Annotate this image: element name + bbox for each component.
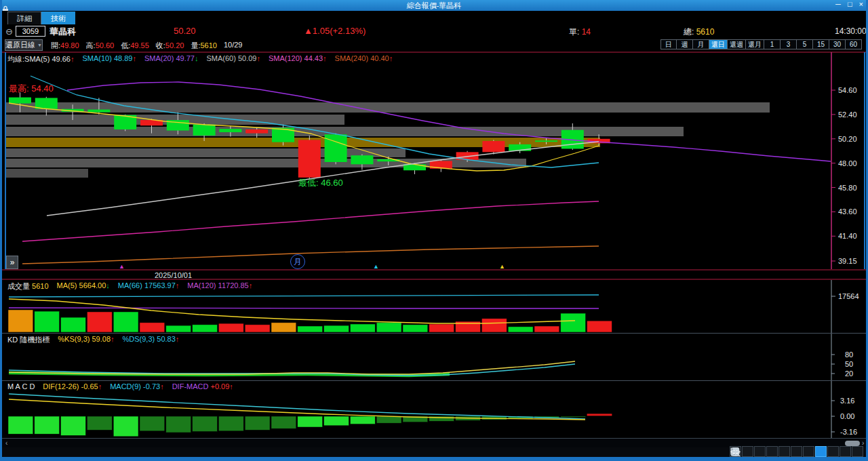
price-chart[interactable]: 最高: 54.40最低: 46.60▲▲▲54.6052.4050.2048.0… xyxy=(2,52,866,270)
expand-button[interactable]: » xyxy=(6,256,18,269)
chart-toolbar: 還原日線▼ 開:49.80高:50.60低:49.55收:50.20量:5610… xyxy=(2,39,866,52)
zoom-out-icon[interactable] xyxy=(840,446,851,457)
svg-text:43.60: 43.60 xyxy=(838,207,857,216)
svg-text:41.40: 41.40 xyxy=(838,232,857,240)
svg-text:50.20: 50.20 xyxy=(838,135,857,143)
period-button-3[interactable]: 3 xyxy=(781,39,797,49)
svg-text:52.40: 52.40 xyxy=(838,111,857,119)
status-bar xyxy=(2,447,866,457)
ohlc-item: 高:50.60 xyxy=(86,41,115,51)
stock-code-input[interactable]: 3059 xyxy=(16,26,45,37)
ohlc-item: 開:49.80 xyxy=(51,41,79,51)
tab-row: 詳細技術 xyxy=(2,11,866,24)
title-bar: 綜合報價-華晶科 ─□× xyxy=(2,0,866,11)
quote-time: 14:30:00 xyxy=(835,26,867,36)
eye-icon[interactable] xyxy=(815,446,827,457)
ohlc-item: 收:50.20 xyxy=(156,41,184,51)
restore-button[interactable]: □ xyxy=(848,0,852,8)
stock-name: 華晶科 xyxy=(50,26,76,38)
kd-chart[interactable]: 805020 xyxy=(2,334,866,381)
minimize-button[interactable]: ─ xyxy=(835,0,841,8)
svg-text:17564: 17564 xyxy=(838,292,859,300)
grid-icon[interactable] xyxy=(791,446,802,457)
period-button-還日[interactable]: 還日 xyxy=(709,39,728,49)
svg-text:50: 50 xyxy=(845,360,853,368)
price-change: ▲1.05(+2.13%) xyxy=(304,26,366,36)
ohlc-item: 低:49.55 xyxy=(121,41,149,51)
ohlc-date: 10/29 xyxy=(224,41,243,51)
scroll-thumb[interactable] xyxy=(845,441,860,446)
period-button-月[interactable]: 月 xyxy=(693,39,709,49)
period-button-週[interactable]: 週 xyxy=(677,39,693,49)
svg-text:48.00: 48.00 xyxy=(838,159,857,167)
svg-text:45.80: 45.80 xyxy=(838,184,857,192)
refresh-icon[interactable] xyxy=(827,446,839,457)
svg-text:最低: 46.60: 最低: 46.60 xyxy=(298,178,343,188)
circle-minus-icon[interactable]: ⊖ xyxy=(5,26,13,37)
svg-text:39.15: 39.15 xyxy=(838,257,857,265)
separator xyxy=(2,269,866,270)
month-marker-badge: 月 xyxy=(290,254,305,269)
chart-tool-icons xyxy=(730,446,863,457)
restore-mode-dropdown[interactable]: 還原日線▼ xyxy=(5,39,43,51)
single-volume: 單: 14 xyxy=(569,26,591,38)
tab-1[interactable]: 技術 xyxy=(41,12,75,24)
last-price: 50.20 xyxy=(174,26,196,36)
zoom-in-icon[interactable] xyxy=(852,446,863,457)
period-button-60[interactable]: 60 xyxy=(846,39,862,49)
print-icon[interactable] xyxy=(766,446,778,457)
window-title: 綜合報價-華晶科 xyxy=(2,1,866,11)
tab-0[interactable]: 詳細 xyxy=(7,12,41,24)
ohlc-readout: 開:49.80高:50.60低:49.55收:50.20量:561010/29 xyxy=(51,41,242,51)
period-button-30[interactable]: 30 xyxy=(829,39,846,49)
macd-chart[interactable]: 3.160.00-3.16 xyxy=(2,381,866,438)
window-controls: ─□× xyxy=(835,0,863,8)
svg-text:3.16: 3.16 xyxy=(840,397,854,405)
period-button-15[interactable]: 15 xyxy=(813,39,829,49)
quote-row: ⊖ 3059 華晶科 50.20 ▲1.05(+2.13%) 單: 14 總: … xyxy=(2,24,866,39)
svg-text:54.60: 54.60 xyxy=(838,86,857,94)
cursor-icon[interactable] xyxy=(778,446,790,457)
ohlc-item: 量:5610 xyxy=(191,41,217,51)
total-volume: 總: 5610 xyxy=(684,26,714,38)
period-button-日[interactable]: 日 xyxy=(660,39,677,49)
period-button-還週[interactable]: 還週 xyxy=(728,39,746,49)
close-button[interactable]: × xyxy=(859,0,863,8)
period-button-還月[interactable]: 還月 xyxy=(746,39,764,49)
svg-text:80: 80 xyxy=(845,350,853,359)
svg-text:0.00: 0.00 xyxy=(840,412,854,420)
volume-chart[interactable]: 17564 xyxy=(2,280,866,334)
window-bottom-border xyxy=(2,457,866,461)
volume-panel-icon[interactable] xyxy=(803,446,814,457)
chevron-down-icon: ▼ xyxy=(37,43,42,47)
svg-text:20: 20 xyxy=(845,369,853,378)
trend-zoom-icon[interactable] xyxy=(742,446,753,457)
period-button-5[interactable]: 5 xyxy=(797,39,813,49)
svg-text:-3.16: -3.16 xyxy=(840,428,857,436)
app-window: 綜合報價-華晶科 ─□× 詳細技術 ⊖ 3059 華晶科 50.20 ▲1.05… xyxy=(0,0,868,461)
scroll-left-arrow[interactable]: ‹ xyxy=(5,439,7,447)
period-buttons: 日週月還日還週還月135153060 xyxy=(660,39,862,49)
table-search-icon[interactable] xyxy=(754,446,766,457)
svg-text:最高: 54.40: 最高: 54.40 xyxy=(9,83,54,94)
period-button-1[interactable]: 1 xyxy=(764,39,781,49)
